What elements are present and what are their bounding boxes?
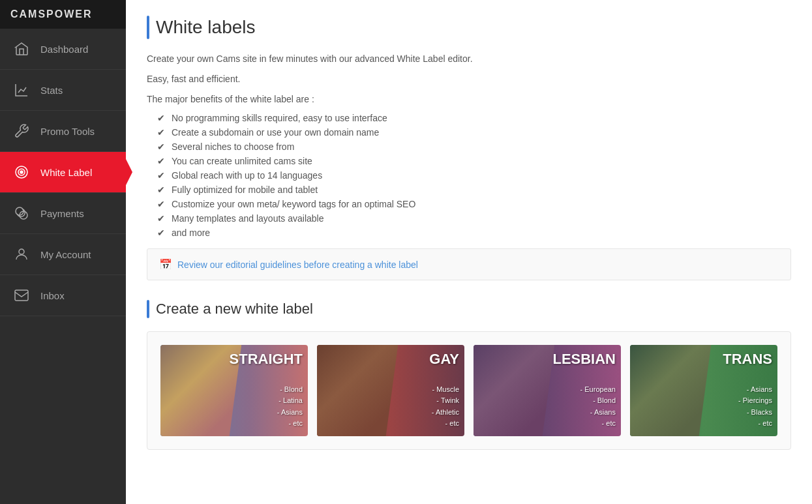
- notice-link[interactable]: Review our editorial guidelines before c…: [177, 259, 418, 270]
- lesbian-label: LESBIAN: [552, 351, 616, 367]
- trans-label: TRANS: [723, 351, 772, 367]
- trans-bg: TRANS - Asians- Piercings- Blacks- etc: [630, 345, 777, 436]
- lesbian-bg: LESBIAN - European- Blond- Asians- etc: [474, 345, 621, 436]
- create-section-title: Create a new white label: [156, 301, 313, 318]
- svg-point-2: [20, 171, 23, 173]
- sidebar: CAMSPOWER Dashboard Stats Promo Tools Wh…: [0, 0, 126, 504]
- sidebar-item-dashboard[interactable]: Dashboard: [0, 29, 126, 70]
- svg-point-5: [19, 249, 24, 254]
- benefits-list: No programming skills required, easy to …: [157, 113, 791, 238]
- lesbian-figure: [474, 345, 554, 436]
- sidebar-item-dashboard-label: Dashboard: [40, 44, 88, 55]
- benefit-item: Many templates and layouts available: [157, 213, 791, 224]
- coins-icon: [13, 205, 30, 222]
- lesbian-subs: - European- Blond- Asians- etc: [580, 384, 616, 430]
- sidebar-item-promo-tools-label: Promo Tools: [40, 126, 95, 137]
- trans-subs: - Asians- Piercings- Blacks- etc: [738, 384, 772, 430]
- mail-icon: [13, 287, 30, 304]
- niche-card-gay[interactable]: GAY - Muscle- Twink- Athletic- etc: [317, 345, 464, 436]
- niche-card-lesbian[interactable]: LESBIAN - European- Blond- Asians- etc: [474, 345, 621, 436]
- sidebar-item-payments-label: Payments: [40, 208, 84, 219]
- page-title-block: White labels: [147, 16, 791, 39]
- straight-label: STRAIGHT: [230, 351, 303, 367]
- straight-subs: - Blond- Latina- Asians- etc: [277, 384, 303, 430]
- sidebar-item-payments[interactable]: Payments: [0, 193, 126, 234]
- benefit-item: Fully optimized for mobile and tablet: [157, 185, 791, 195]
- sidebar-item-my-account[interactable]: My Account: [0, 234, 126, 275]
- sidebar-item-stats[interactable]: Stats: [0, 70, 126, 111]
- sidebar-item-inbox-label: Inbox: [40, 290, 65, 301]
- benefit-item: Create a subdomain or use your own domai…: [157, 127, 791, 138]
- notice-box: 📅 Review our editorial guidelines before…: [147, 248, 791, 280]
- sidebar-item-white-label-label: White Label: [40, 167, 92, 178]
- description-block: Create your own Cams site in few minutes…: [147, 52, 791, 106]
- gay-bg: GAY - Muscle- Twink- Athletic- etc: [317, 345, 464, 436]
- gay-label: GAY: [429, 351, 459, 367]
- person-icon: [13, 246, 30, 263]
- section-bar-accent: [147, 300, 149, 318]
- gay-figure: [317, 345, 398, 436]
- benefit-item: No programming skills required, easy to …: [157, 113, 791, 123]
- gay-subs: - Muscle- Twink- Athletic- etc: [432, 384, 459, 430]
- intro-line-1: Create your own Cams site in few minutes…: [147, 52, 791, 66]
- benefit-item: Global reach with up to 14 languages: [157, 170, 791, 181]
- sidebar-item-inbox[interactable]: Inbox: [0, 275, 126, 316]
- title-bar-accent: [147, 16, 149, 39]
- niche-cards-container: STRAIGHT - Blond- Latina- Asians- etc GA…: [147, 331, 791, 450]
- benefit-item: You can create unlimited cams site: [157, 156, 791, 166]
- trans-figure: [630, 345, 711, 436]
- benefit-item: and more: [157, 228, 791, 238]
- intro-line-3: The major benefits of the white label ar…: [147, 93, 791, 106]
- benefit-item: Customize your own meta/ keyword tags fo…: [157, 199, 791, 209]
- sidebar-item-promo-tools[interactable]: Promo Tools: [0, 111, 126, 152]
- logo: CAMSPOWER: [0, 0, 126, 29]
- sidebar-item-my-account-label: My Account: [40, 249, 91, 260]
- niche-card-trans[interactable]: TRANS - Asians- Piercings- Blacks- etc: [630, 345, 777, 436]
- sidebar-item-white-label[interactable]: White Label: [0, 152, 126, 193]
- svg-rect-6: [15, 290, 28, 301]
- wrench-icon: [13, 123, 30, 140]
- target-icon: [13, 164, 30, 181]
- chart-icon: [13, 82, 30, 98]
- create-section-title-block: Create a new white label: [147, 300, 791, 318]
- niche-card-straight[interactable]: STRAIGHT - Blond- Latina- Asians- etc: [160, 345, 308, 436]
- intro-line-2: Easy, fast and efficient.: [147, 72, 791, 86]
- home-icon: [13, 40, 30, 57]
- straight-bg: STRAIGHT - Blond- Latina- Asians- etc: [160, 345, 308, 436]
- benefit-item: Several niches to choose from: [157, 141, 791, 152]
- sidebar-item-stats-label: Stats: [40, 85, 63, 96]
- logo-text: CAMSPOWER: [10, 8, 93, 20]
- main-content: White labels Create your own Cams site i…: [126, 0, 812, 504]
- page-title: White labels: [156, 17, 256, 38]
- notice-icon: 📅: [159, 258, 172, 271]
